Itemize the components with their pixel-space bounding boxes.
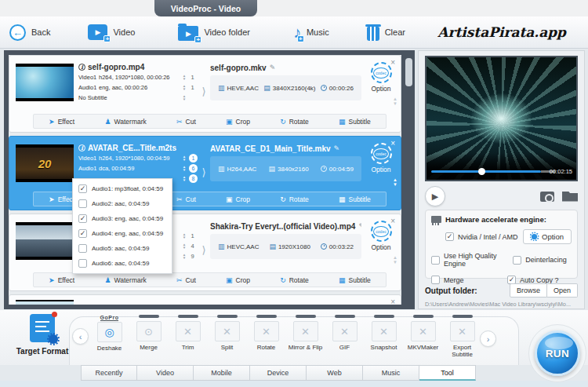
file-list: × ▲▼ i self-gopro.mp4 Video1 h264, 1920*… [9, 55, 401, 305]
high-quality-checkbox[interactable]: Use High Quality Engine [431, 252, 513, 268]
crop-button[interactable]: ▣Crop [226, 118, 250, 126]
cut-button[interactable]: ✂Cut [176, 276, 196, 284]
list-scrollbar-thumb[interactable] [405, 58, 412, 86]
track-spinner-icon[interactable]: ▲▼ [181, 85, 187, 91]
track-spinner-icon[interactable]: ▲▼ [181, 243, 187, 250]
tool-handle-icon [139, 315, 159, 318]
tool-mkvmaker[interactable]: ✕ MKVMaker [405, 315, 441, 359]
close-icon[interactable]: × [390, 217, 395, 225]
tool-snapshot[interactable]: ✕ Snapshot [365, 315, 402, 359]
tool-export-subtitle[interactable]: ✕ Export Subtitle [444, 315, 481, 359]
add-video-folder-button[interactable]: ▶+ Video folder [178, 24, 250, 41]
checkbox-icon[interactable] [78, 229, 87, 238]
checkbox-icon[interactable] [78, 244, 87, 253]
tool-merge[interactable]: ⊙ Merge [130, 315, 167, 359]
track-spinner-icon[interactable]: ▲▼ [181, 95, 187, 101]
audio-option-6[interactable]: Audio6: aac, 0:04:59 [73, 256, 172, 271]
track-spinner-icon[interactable]: ▲▼ [181, 233, 187, 239]
clear-button[interactable]: Clear [367, 24, 405, 41]
effect-button[interactable]: ➤Effect [49, 276, 74, 284]
audio-option-1[interactable]: Audio1: mp3float, 0:04:59 [73, 181, 172, 196]
audio-option-5[interactable]: Audio5: aac, 0:04:59 [73, 241, 172, 256]
rotate-button[interactable]: ↻Rotate [280, 118, 309, 126]
video-row-avatar[interactable]: × ▲▼ 20 i AVATAR_CE...Title.m2ts Video1 … [9, 136, 401, 210]
track-spinner-icon[interactable]: ▲▼ [181, 176, 187, 182]
close-icon[interactable]: × [390, 58, 395, 67]
progress-bar[interactable] [431, 170, 541, 173]
tools-scroll-left-button[interactable]: ‹ [72, 328, 89, 345]
track-spinner-icon[interactable]: ▲▼ [181, 166, 187, 172]
checkbox-icon[interactable] [78, 259, 87, 268]
close-icon[interactable]: × [390, 139, 395, 148]
reorder-arrows-icon[interactable]: ▲▼ [393, 177, 397, 187]
tool-mirror-flip[interactable]: ✕ Mirror & Flip [287, 315, 324, 359]
tab-tool[interactable]: Tool [419, 365, 476, 381]
open-button[interactable]: Open [547, 283, 578, 298]
watermark-button[interactable]: ♟Watermark [104, 276, 146, 284]
tab-mobile[interactable]: Mobile [194, 365, 250, 381]
edit-icon[interactable]: ✎ [270, 64, 276, 71]
video-row-partial[interactable]: × [9, 294, 401, 305]
checkbox-icon[interactable] [78, 214, 87, 223]
add-video-button[interactable]: ▶+ Video [88, 24, 135, 40]
video-row-selfgopro[interactable]: × ▲▼ i self-gopro.mp4 Video1 h264, 1920*… [9, 55, 401, 133]
hw-engine-checkbox[interactable]: Nvidia / Intel / AMD [445, 232, 518, 241]
subtitle-button[interactable]: ▦Subtitle [339, 195, 371, 203]
play-button[interactable]: ▶ [425, 186, 445, 206]
tool-rotate[interactable]: ✕ Rotate [248, 315, 285, 359]
audio-option-2[interactable]: Audio2: aac, 0:04:59 [73, 196, 172, 211]
audio-option-4[interactable]: Audio4: eng, aac, 0:04:59 [73, 226, 172, 241]
video-preview[interactable]: 00:02:15 [425, 56, 578, 181]
tab-music[interactable]: Music [363, 365, 419, 381]
crop-button[interactable]: ▣Crop [226, 276, 250, 284]
info-icon[interactable]: i [78, 64, 85, 71]
snapshot-camera-icon[interactable] [540, 192, 554, 202]
reorder-arrows-icon[interactable]: ▲▼ [393, 97, 397, 106]
track-spinner-icon[interactable]: ▲▼ [181, 254, 187, 260]
back-button[interactable]: ← Back [9, 24, 50, 41]
video-thumbnail [16, 300, 74, 305]
subtitle-button[interactable]: ▦Subtitle [339, 118, 371, 126]
checkbox-icon[interactable] [431, 256, 440, 265]
cut-button[interactable]: ✂Cut [176, 195, 196, 203]
tools-scroll-right-button[interactable]: › [480, 330, 496, 347]
effect-button[interactable]: ➤Effect [49, 195, 74, 203]
tool-split[interactable]: ✕ Split [209, 315, 245, 359]
tool-trim[interactable]: ✕ Trim [169, 315, 206, 359]
checkbox-icon[interactable] [78, 184, 87, 193]
deinterlacing-checkbox[interactable]: Deinterlacing [513, 256, 572, 265]
track-spinner-icon[interactable]: ▲▼ [181, 75, 187, 81]
target-format-button[interactable]: Target Format [13, 314, 72, 356]
audio-option-3[interactable]: Audio3: eng, aac, 0:04:59 [73, 211, 172, 226]
track-spinner-icon[interactable]: ▲▼ [181, 155, 187, 162]
audio-track[interactable]: Audio1 dca, 00:04:59 ▲▼ 6 [78, 163, 198, 173]
info-icon[interactable]: i [78, 144, 85, 152]
edit-icon[interactable]: ✎ [334, 144, 340, 152]
tool-gif[interactable]: ✕ GIF [326, 315, 363, 359]
browse-button[interactable]: Browse [510, 283, 547, 298]
checkbox-icon[interactable] [513, 256, 521, 265]
window-title: VideoProc - Video [154, 0, 257, 16]
tab-video[interactable]: Video [137, 365, 194, 381]
hw-option-button[interactable]: Option [523, 229, 572, 244]
effect-button[interactable]: ➤Effect [49, 118, 74, 126]
subtitle-track: No Subtitle ▲▼ [78, 93, 198, 103]
rotate-button[interactable]: ↻Rotate [280, 195, 309, 203]
reorder-arrows-icon[interactable]: ▲▼ [393, 255, 397, 265]
checkbox-icon[interactable] [445, 232, 454, 241]
open-folder-icon[interactable] [562, 192, 578, 202]
watermark-button[interactable]: ♟Watermark [104, 118, 146, 126]
video-row-shakira[interactable]: × ▲▼ i ▲▼ 1 [9, 214, 401, 291]
tab-web[interactable]: Web [307, 365, 363, 381]
progress-handle[interactable] [478, 168, 485, 175]
rotate-button[interactable]: ↻Rotate [280, 276, 309, 284]
checkbox-icon[interactable] [78, 199, 87, 208]
tab-recently[interactable]: Recently [81, 365, 137, 381]
tab-device[interactable]: Device [250, 365, 307, 381]
close-icon[interactable]: × [390, 298, 395, 305]
cut-button[interactable]: ✂Cut [176, 118, 196, 126]
add-music-button[interactable]: ♪+ Music [293, 24, 329, 40]
crop-button[interactable]: ▣Crop [226, 195, 250, 203]
tool-deshake[interactable]: GoPro ◎ Deshake [91, 315, 128, 359]
subtitle-button[interactable]: ▦Subtitle [339, 276, 371, 284]
